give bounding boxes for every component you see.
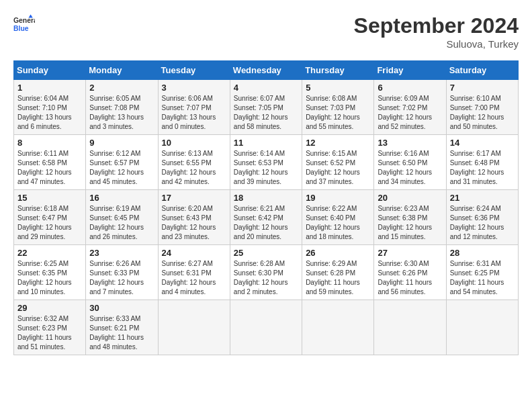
sunset-label: Sunset: 6:55 PM xyxy=(162,159,212,167)
sunrise-label: Sunrise: 6:19 AM xyxy=(89,205,140,212)
day-info: Sunrise: 6:18 AM Sunset: 6:47 PM Dayligh… xyxy=(17,204,82,242)
calendar-cell: 6 Sunrise: 6:09 AM Sunset: 7:02 PM Dayli… xyxy=(374,80,446,135)
daylight-label: Daylight: 12 hours and 52 minutes. xyxy=(378,113,432,130)
calendar-cell: 16 Sunrise: 6:19 AM Sunset: 6:45 PM Dayl… xyxy=(86,190,158,245)
col-wednesday: Wednesday xyxy=(230,61,302,80)
daylight-label: Daylight: 12 hours and 2 minutes. xyxy=(234,279,288,295)
day-info: Sunrise: 6:10 AM Sunset: 7:00 PM Dayligh… xyxy=(450,94,515,132)
col-monday: Monday xyxy=(86,61,158,80)
daylight-label: Daylight: 12 hours and 26 minutes. xyxy=(89,224,144,240)
sunset-label: Sunset: 7:05 PM xyxy=(234,104,283,111)
day-info: Sunrise: 6:20 AM Sunset: 6:43 PM Dayligh… xyxy=(162,204,226,242)
day-info: Sunrise: 6:09 AM Sunset: 7:02 PM Dayligh… xyxy=(378,94,442,132)
day-info: Sunrise: 6:22 AM Sunset: 6:40 PM Dayligh… xyxy=(306,204,370,242)
calendar-cell: 23 Sunrise: 6:26 AM Sunset: 6:33 PM Dayl… xyxy=(86,245,158,300)
col-tuesday: Tuesday xyxy=(158,61,230,80)
sunset-label: Sunset: 6:21 PM xyxy=(89,324,139,332)
calendar-cell: 5 Sunrise: 6:08 AM Sunset: 7:03 PM Dayli… xyxy=(302,80,374,135)
day-number: 5 xyxy=(306,83,370,93)
sunset-label: Sunset: 6:57 PM xyxy=(89,159,139,167)
sunset-label: Sunset: 6:42 PM xyxy=(234,214,283,222)
sunrise-label: Sunrise: 6:05 AM xyxy=(89,95,140,102)
day-info: Sunrise: 6:33 AM Sunset: 6:21 PM Dayligh… xyxy=(89,314,154,352)
calendar-cell: 3 Sunrise: 6:06 AM Sunset: 7:07 PM Dayli… xyxy=(158,80,230,135)
day-info: Sunrise: 6:08 AM Sunset: 7:03 PM Dayligh… xyxy=(306,94,370,132)
day-info: Sunrise: 6:23 AM Sunset: 6:38 PM Dayligh… xyxy=(378,204,442,242)
day-info: Sunrise: 6:24 AM Sunset: 6:36 PM Dayligh… xyxy=(450,204,515,242)
calendar-cell xyxy=(230,300,302,355)
daylight-label: Daylight: 12 hours and 15 minutes. xyxy=(378,224,432,240)
sunrise-label: Sunrise: 6:13 AM xyxy=(162,150,213,157)
day-info: Sunrise: 6:25 AM Sunset: 6:35 PM Dayligh… xyxy=(17,259,82,297)
day-number: 9 xyxy=(89,138,154,148)
calendar-cell: 12 Sunrise: 6:15 AM Sunset: 6:52 PM Dayl… xyxy=(302,135,374,190)
location-subtitle: Suluova, Turkey xyxy=(354,38,519,50)
sunset-label: Sunset: 7:00 PM xyxy=(450,104,500,111)
daylight-label: Daylight: 12 hours and 31 minutes. xyxy=(450,169,504,185)
col-friday: Friday xyxy=(374,61,446,80)
sunrise-label: Sunrise: 6:25 AM xyxy=(17,260,69,267)
day-number: 28 xyxy=(450,248,515,258)
sunrise-label: Sunrise: 6:32 AM xyxy=(17,315,69,322)
col-sunday: Sunday xyxy=(14,61,86,80)
calendar-cell: 2 Sunrise: 6:05 AM Sunset: 7:08 PM Dayli… xyxy=(86,80,158,135)
day-number: 7 xyxy=(450,83,515,93)
sunset-label: Sunset: 6:38 PM xyxy=(378,214,427,222)
sunset-label: Sunset: 6:48 PM xyxy=(450,159,500,167)
sunrise-label: Sunrise: 6:20 AM xyxy=(162,205,213,212)
sunset-label: Sunset: 6:23 PM xyxy=(17,324,67,332)
day-info: Sunrise: 6:21 AM Sunset: 6:42 PM Dayligh… xyxy=(234,204,298,242)
sunrise-label: Sunrise: 6:29 AM xyxy=(306,260,357,267)
daylight-label: Daylight: 12 hours and 23 minutes. xyxy=(162,224,216,240)
day-number: 27 xyxy=(378,248,442,258)
day-number: 22 xyxy=(17,248,82,258)
daylight-label: Daylight: 12 hours and 34 minutes. xyxy=(378,169,432,185)
day-number: 8 xyxy=(17,138,82,148)
daylight-label: Daylight: 12 hours and 12 minutes. xyxy=(450,224,504,240)
calendar-cell: 4 Sunrise: 6:07 AM Sunset: 7:05 PM Dayli… xyxy=(230,80,302,135)
sunrise-label: Sunrise: 6:22 AM xyxy=(306,205,357,212)
sunset-label: Sunset: 6:31 PM xyxy=(162,269,212,277)
sunrise-label: Sunrise: 6:26 AM xyxy=(89,260,140,267)
day-number: 10 xyxy=(162,138,226,148)
sunrise-label: Sunrise: 6:33 AM xyxy=(89,315,140,322)
sunset-label: Sunset: 6:36 PM xyxy=(450,214,500,222)
sunset-label: Sunset: 6:30 PM xyxy=(234,269,283,277)
daylight-label: Daylight: 13 hours and 6 minutes. xyxy=(17,113,72,130)
svg-text:General: General xyxy=(13,17,35,24)
day-info: Sunrise: 6:28 AM Sunset: 6:30 PM Dayligh… xyxy=(234,259,298,297)
calendar-cell: 14 Sunrise: 6:17 AM Sunset: 6:48 PM Dayl… xyxy=(446,135,518,190)
sunset-label: Sunset: 7:08 PM xyxy=(89,104,139,111)
day-info: Sunrise: 6:19 AM Sunset: 6:45 PM Dayligh… xyxy=(89,204,154,242)
day-number: 1 xyxy=(17,83,82,93)
daylight-label: Daylight: 11 hours and 48 minutes. xyxy=(89,334,144,351)
sunrise-label: Sunrise: 6:24 AM xyxy=(450,205,501,212)
day-info: Sunrise: 6:32 AM Sunset: 6:23 PM Dayligh… xyxy=(17,314,82,352)
daylight-label: Daylight: 12 hours and 42 minutes. xyxy=(162,169,216,185)
sunset-label: Sunset: 7:10 PM xyxy=(17,104,67,111)
calendar-cell: 10 Sunrise: 6:13 AM Sunset: 6:55 PM Dayl… xyxy=(158,135,230,190)
calendar-cell: 7 Sunrise: 6:10 AM Sunset: 7:00 PM Dayli… xyxy=(446,80,518,135)
sunset-label: Sunset: 6:53 PM xyxy=(234,159,283,167)
calendar-cell xyxy=(158,300,230,355)
sunset-label: Sunset: 6:45 PM xyxy=(89,214,139,222)
sunrise-label: Sunrise: 6:04 AM xyxy=(17,95,69,102)
calendar-cell: 28 Sunrise: 6:31 AM Sunset: 6:25 PM Dayl… xyxy=(446,245,518,300)
sunrise-label: Sunrise: 6:12 AM xyxy=(89,150,140,157)
sunrise-label: Sunrise: 6:23 AM xyxy=(378,205,429,212)
svg-marker-2 xyxy=(28,15,32,18)
daylight-label: Daylight: 13 hours and 0 minutes. xyxy=(162,113,216,130)
sunrise-label: Sunrise: 6:10 AM xyxy=(450,95,501,102)
sunrise-label: Sunrise: 6:31 AM xyxy=(450,260,501,267)
daylight-label: Daylight: 12 hours and 20 minutes. xyxy=(234,224,288,240)
calendar-cell: 1 Sunrise: 6:04 AM Sunset: 7:10 PM Dayli… xyxy=(14,80,86,135)
sunset-label: Sunset: 6:26 PM xyxy=(378,269,427,277)
sunrise-label: Sunrise: 6:27 AM xyxy=(162,260,213,267)
day-info: Sunrise: 6:30 AM Sunset: 6:26 PM Dayligh… xyxy=(378,259,442,297)
sunrise-label: Sunrise: 6:18 AM xyxy=(17,205,69,212)
calendar-week-row: 15 Sunrise: 6:18 AM Sunset: 6:47 PM Dayl… xyxy=(14,190,519,245)
sunset-label: Sunset: 6:28 PM xyxy=(306,269,355,277)
sunset-label: Sunset: 6:35 PM xyxy=(17,269,67,277)
daylight-label: Daylight: 12 hours and 37 minutes. xyxy=(306,169,360,185)
calendar-week-row: 8 Sunrise: 6:11 AM Sunset: 6:58 PM Dayli… xyxy=(14,135,519,190)
